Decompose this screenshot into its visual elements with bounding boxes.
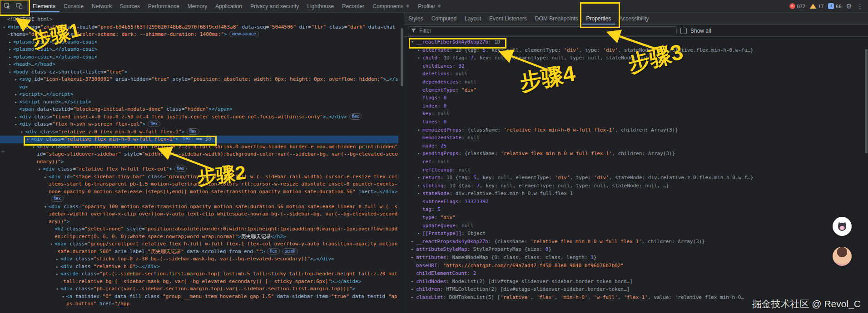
dom-tree-row[interactable]: ▾<div class="border-token-border-light r… <box>0 143 398 166</box>
collapse-arrow-icon[interactable]: ▾ <box>1 24 7 31</box>
expand-arrow-icon[interactable]: ▸ <box>7 46 13 54</box>
dom-tree-row[interactable]: <!DOCTYPE html> <box>0 16 398 24</box>
property-row[interactable]: flags: 0 <box>404 94 868 102</box>
property-row[interactable]: ▸child: 1D {tag: 7, key: null, elementTy… <box>404 54 868 62</box>
expand-arrow-icon[interactable]: ▸ <box>7 54 13 61</box>
expand-arrow-icon[interactable]: ▸ <box>7 61 13 68</box>
property-row[interactable]: elementType: "div" <box>404 86 868 94</box>
dom-tree-row[interactable]: <h2 class="select-none" style="position:… <box>0 225 398 240</box>
property-row[interactable]: type: "div" <box>404 214 868 222</box>
collapse-arrow-icon[interactable]: ▾ <box>43 203 48 211</box>
dom-tree-row[interactable]: ▸<head>…</head> <box>0 61 398 68</box>
tab-dom-breakpoints[interactable]: DOM Breakpoints <box>531 13 582 24</box>
filter-input[interactable] <box>418 27 674 34</box>
property-row[interactable]: ▸pendingProps: {className: 'relative fle… <box>404 150 868 158</box>
flex-badge[interactable]: flex <box>349 113 362 120</box>
view-source-badge[interactable]: view-source <box>229 31 259 37</box>
property-row[interactable]: ref: null <box>404 158 868 166</box>
expand-arrow-icon[interactable]: ▸ <box>416 182 422 190</box>
property-row[interactable]: ▸stateNode: div.relative.flex.min-h-0.w-… <box>404 190 868 198</box>
sidebar-scrollbar-thumb[interactable] <box>865 49 868 153</box>
expand-arrow-icon[interactable]: ▸ <box>13 98 19 106</box>
tab-console[interactable]: Console <box>60 0 88 12</box>
flex-badge[interactable]: flex <box>267 248 280 254</box>
dom-tree-row[interactable]: ▾<div class="relative flex h-full flex-c… <box>0 166 398 173</box>
flex-badge[interactable]: flex <box>148 121 160 127</box>
expand-arrow-icon[interactable]: ▸ <box>410 278 415 286</box>
scroll-badge[interactable]: scroll <box>282 248 298 254</box>
property-row[interactable]: ▸memoizedProps: {className: 'relative fl… <box>404 126 868 134</box>
property-row[interactable]: baseURI: "https://chatgpt.com/c/69a7ad47… <box>404 262 868 270</box>
device-toolbar-icon[interactable] <box>13 1 25 12</box>
dom-tree-row[interactable]: ▸<div class="sticky top-0 z-30 bg-(--sid… <box>0 255 398 263</box>
expand-arrow-icon[interactable]: ▸ <box>410 238 415 246</box>
expand-arrow-icon[interactable]: ▸ <box>416 190 422 198</box>
sidebar-scrollbar[interactable] <box>864 13 868 313</box>
dom-tree-row[interactable]: <span data-testid="blocking-initial-moda… <box>0 106 398 113</box>
dom-tree-row[interactable]: ▾<body class cz-shortcut-listen="true"> <box>0 68 398 76</box>
property-row[interactable]: tag: 5 <box>404 205 868 214</box>
expand-arrow-icon[interactable]: ▸ <box>55 255 60 263</box>
flex-badge[interactable]: flex <box>181 136 193 142</box>
tab-accessibility[interactable]: Accessibility <box>615 13 653 24</box>
tab-network[interactable]: Network <box>88 0 116 12</box>
property-row[interactable]: ▸childNodes: NodeList(2) [div#stage-slid… <box>404 278 868 286</box>
expand-arrow-icon[interactable]: ▸ <box>416 230 422 238</box>
collapse-arrow-icon[interactable]: ▾ <box>31 143 36 151</box>
tab-recorder[interactable]: Recorder <box>338 0 368 12</box>
expand-arrow-icon[interactable]: ▸ <box>410 285 415 293</box>
property-row[interactable]: ▸return: 1D {tag: 5, key: null, elementT… <box>404 174 868 182</box>
expand-arrow-icon[interactable]: ▸ <box>13 113 19 121</box>
property-row[interactable]: key: null <box>404 110 868 118</box>
expand-arrow-icon[interactable]: ▸ <box>13 91 19 98</box>
property-row[interactable]: ▸attributeStyleMap: StylePropertyMap {si… <box>404 245 868 254</box>
collapse-arrow-icon[interactable]: ▾ <box>60 293 66 301</box>
dom-tree-row[interactable]: ▸<svg id="icon-lakexui-37300001" aria-hi… <box>0 76 398 91</box>
tab-event-listeners[interactable]: Event Listeners <box>485 13 531 24</box>
kebab-menu-icon[interactable]: ⋮ <box>857 2 863 10</box>
collapse-arrow-icon[interactable]: ▾ <box>19 128 25 136</box>
tab-elements[interactable]: Elements <box>29 0 60 12</box>
property-row[interactable]: ▸__reactProps$dk4y0kbp27b: {className: '… <box>404 238 868 246</box>
property-row[interactable]: updateQueue: null <box>404 222 868 230</box>
expand-arrow-icon[interactable]: ▸ <box>410 254 415 262</box>
tab-properties[interactable]: Properties <box>582 13 615 24</box>
dom-tree-row[interactable]: ▾<a tabindex="0" data-fill class="group … <box>0 293 398 308</box>
property-row[interactable]: ▸sibling: 1D {tag: 7, key: null, element… <box>404 182 868 190</box>
tab-memory[interactable]: Memory <box>184 0 211 12</box>
property-row[interactable]: childLanes: 32 <box>404 62 868 70</box>
element-options-dots[interactable]: ⋯ <box>1 148 5 156</box>
error-count-badge[interactable]: ×872 <box>789 3 805 9</box>
tab-components[interactable]: Components⚛ <box>368 0 414 12</box>
inspect-icon[interactable] <box>1 1 13 12</box>
elements-scrollbar-thumb[interactable] <box>401 28 403 86</box>
collapse-arrow-icon[interactable]: ▾ <box>49 240 54 248</box>
selected-dom-row[interactable]: ▾<div class="relative flex min-h-0 w-ful… <box>0 136 398 143</box>
expand-arrow-icon[interactable]: ▸ <box>416 174 422 182</box>
expand-arrow-icon[interactable]: ▸ <box>416 54 422 62</box>
expand-arrow-icon[interactable]: ▸ <box>13 76 19 83</box>
property-row[interactable]: memoizedState: null <box>404 134 868 142</box>
dom-tree-row[interactable]: ▸<script>…</script> <box>0 91 398 98</box>
dom-tree-row[interactable]: ▾<div class="opacity-100 motion-safe:tra… <box>0 203 398 226</box>
dom-tree-row[interactable]: ▸<script nonce>…</script> <box>0 98 398 106</box>
dom-tree-row[interactable]: ▸<plasmo-csui>…</plasmo-csui> <box>0 54 398 61</box>
expand-arrow-icon[interactable]: ▸ <box>55 263 60 271</box>
expand-arrow-icon[interactable]: ▸ <box>410 245 415 254</box>
property-row[interactable]: ▸attributes: NamedNodeMap {0: class, cla… <box>404 254 868 262</box>
tab-layout[interactable]: Layout <box>461 13 485 24</box>
expand-arrow-icon[interactable]: ▸ <box>7 39 13 46</box>
property-row[interactable]: subtreeFlags: 13371397 <box>404 198 868 206</box>
elements-scrollbar[interactable] <box>400 13 404 313</box>
property-row[interactable]: index: 0 <box>404 102 868 110</box>
flex-badge[interactable]: flex <box>187 128 199 135</box>
tab-sources[interactable]: Sources <box>116 0 144 12</box>
collapse-arrow-icon[interactable]: ▾ <box>7 68 13 76</box>
property-row[interactable]: dependencies: null <box>404 78 868 86</box>
dom-tree-row[interactable]: ▾<html lang="zh-CN" data-build="prod-b94… <box>0 24 398 39</box>
dom-tree-row[interactable]: ▾<nav class="group/scrollport relative f… <box>0 240 398 255</box>
dom-tree-row[interactable]: ▸<div id="stage-sidebar-tiny-bar" class=… <box>0 173 398 203</box>
expand-arrow-icon[interactable]: ▸ <box>416 150 422 158</box>
show-all-checkbox[interactable] <box>680 28 687 34</box>
tab-profiler[interactable]: Profiler⚛ <box>414 0 446 12</box>
